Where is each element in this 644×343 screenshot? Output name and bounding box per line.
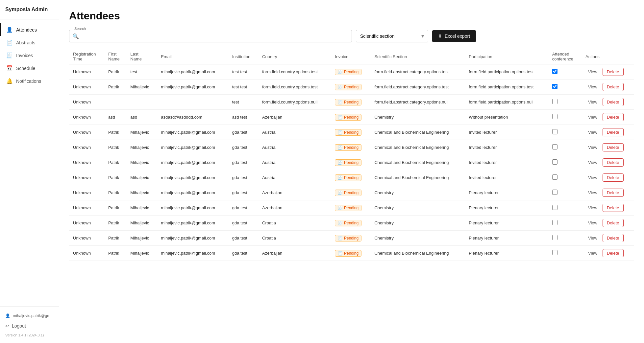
delete-button[interactable]: Delete — [603, 189, 624, 197]
cell-actions: View Delete — [582, 200, 634, 215]
attended-checkbox[interactable] — [552, 250, 557, 255]
download-icon: ⬇ — [438, 34, 442, 39]
cell-actions: View Delete — [582, 125, 634, 140]
cell-email: mihaljevic.patrik@gmail.com — [157, 140, 228, 155]
logout-button[interactable]: ↩ Logout — [0, 321, 59, 331]
delete-button[interactable]: Delete — [603, 204, 624, 212]
table-body: UnknownPatriktestmihaljevic.patrik@gmail… — [69, 64, 634, 261]
main-content: Attendees Search 🔍 Scientific section Al… — [59, 0, 644, 343]
cell-reg-time: Unknown — [69, 140, 104, 155]
delete-button[interactable]: Delete — [603, 98, 624, 106]
cell-institution: test test — [228, 80, 258, 95]
attended-checkbox[interactable] — [552, 69, 557, 74]
invoice-icon: 🧾 — [338, 191, 343, 195]
table-header: RegistrationTime FirstName LastName Emai… — [69, 49, 634, 64]
view-link[interactable]: View — [585, 98, 600, 106]
cell-attended[interactable] — [548, 216, 582, 231]
cell-attended[interactable] — [548, 246, 582, 261]
pending-badge: 🧾Pending — [335, 220, 361, 226]
cell-last-name: Mihaljevic — [126, 125, 157, 140]
cell-participation: form.field.participation.options.null — [465, 95, 548, 110]
view-link[interactable]: View — [585, 128, 600, 136]
attended-checkbox[interactable] — [552, 190, 557, 195]
sidebar-item-attendees[interactable]: 👤 Attendees — [0, 23, 59, 36]
delete-button[interactable]: Delete — [603, 113, 624, 121]
attended-checkbox[interactable] — [552, 205, 557, 210]
cell-invoice: 🧾Pending — [331, 110, 370, 125]
search-input[interactable] — [69, 30, 352, 42]
delete-button[interactable]: Delete — [603, 173, 624, 182]
delete-button[interactable]: Delete — [603, 143, 624, 151]
cell-attended[interactable] — [548, 185, 582, 200]
cell-attended[interactable] — [548, 200, 582, 216]
cell-actions: View Delete — [582, 140, 634, 155]
view-link[interactable]: View — [585, 189, 600, 196]
cell-scientific-section: Chemistry — [370, 200, 465, 216]
col-first-name: FirstName — [104, 49, 126, 64]
view-link[interactable]: View — [585, 234, 600, 242]
cell-invoice: 🧾Pending — [331, 185, 370, 200]
cell-reg-time: Unknown — [69, 246, 104, 261]
attended-checkbox[interactable] — [552, 114, 557, 119]
view-link[interactable]: View — [585, 204, 600, 212]
view-link[interactable]: View — [585, 144, 600, 151]
sidebar-item-abstracts[interactable]: 📄 Abstracts — [0, 36, 59, 49]
cell-reg-time: Unknown — [69, 155, 104, 170]
cell-last-name: test — [126, 64, 157, 80]
page-title: Attendees — [69, 10, 634, 22]
attended-checkbox[interactable] — [552, 174, 557, 180]
sidebar-item-schedule[interactable]: 📅 Schedule — [0, 62, 59, 75]
delete-button[interactable]: Delete — [603, 219, 624, 227]
view-link[interactable]: View — [585, 174, 600, 181]
attended-checkbox[interactable] — [552, 84, 557, 89]
view-link[interactable]: View — [585, 68, 600, 76]
view-link[interactable]: View — [585, 249, 600, 257]
cell-first-name — [104, 95, 126, 110]
delete-button[interactable]: Delete — [603, 158, 624, 167]
cell-first-name: Patrik — [104, 185, 126, 200]
cell-attended[interactable] — [548, 64, 582, 80]
attended-checkbox[interactable] — [552, 159, 557, 165]
attended-checkbox[interactable] — [552, 99, 557, 104]
sidebar-item-notifications[interactable]: 🔔 Notifications — [0, 75, 59, 87]
section-filter-select[interactable]: Scientific section All sections — [356, 30, 428, 42]
delete-button[interactable]: Delete — [603, 68, 624, 76]
delete-button[interactable]: Delete — [603, 234, 624, 242]
cell-attended[interactable] — [548, 231, 582, 246]
table-row: UnknownPatrikMihaljevicmihaljevic.patrik… — [69, 170, 634, 185]
cell-invoice: 🧾Pending — [331, 200, 370, 216]
cell-attended[interactable] — [548, 140, 582, 155]
cell-first-name: Patrik — [104, 170, 126, 185]
delete-button[interactable]: Delete — [603, 249, 624, 257]
cell-attended[interactable] — [548, 155, 582, 170]
attended-checkbox[interactable] — [552, 235, 557, 240]
cell-attended[interactable] — [548, 125, 582, 140]
attended-checkbox[interactable] — [552, 129, 557, 134]
attended-checkbox[interactable] — [552, 144, 557, 149]
sidebar-item-invoices[interactable]: 🧾 Invoices — [0, 49, 59, 62]
pending-badge: 🧾Pending — [335, 114, 361, 121]
logout-icon: ↩ — [5, 323, 9, 329]
cell-attended[interactable] — [548, 110, 582, 125]
excel-export-button[interactable]: ⬇ Excel export — [432, 30, 476, 42]
cell-last-name — [126, 95, 157, 110]
cell-country: form.field.country.options.test — [258, 64, 331, 80]
view-link[interactable]: View — [585, 159, 600, 166]
cell-scientific-section: Chemical and Biochemical Engineering — [370, 125, 465, 140]
view-link[interactable]: View — [585, 219, 600, 227]
attended-checkbox[interactable] — [552, 220, 557, 225]
cell-institution: asd test — [228, 110, 258, 125]
cell-scientific-section: form.field.abstract.category.options.tes… — [370, 64, 465, 80]
table-row: Unknownasdasdasdasd@asdddd.comasd testAz… — [69, 110, 634, 125]
delete-button[interactable]: Delete — [603, 128, 624, 136]
cell-attended[interactable] — [548, 170, 582, 185]
view-link[interactable]: View — [585, 83, 600, 91]
cell-attended[interactable] — [548, 80, 582, 95]
delete-button[interactable]: Delete — [603, 83, 624, 91]
table-row: UnknownPatrikMihaljevicmihaljevic.patrik… — [69, 216, 634, 231]
cell-email: mihaljevic.patrik@gmail.com — [157, 200, 228, 216]
cell-participation: Plenary lecturer — [465, 216, 548, 231]
cell-attended[interactable] — [548, 95, 582, 110]
cell-reg-time: Unknown — [69, 231, 104, 246]
view-link[interactable]: View — [585, 113, 600, 121]
